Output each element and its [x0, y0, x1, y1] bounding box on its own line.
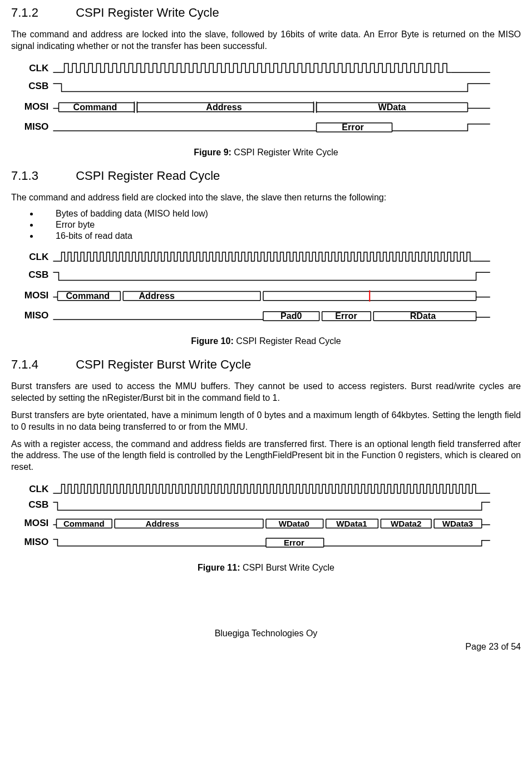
para-713: The command and address field are clocke…: [11, 192, 521, 204]
svg-text:MOSI: MOSI: [24, 101, 49, 111]
svg-text:Error: Error: [342, 121, 364, 131]
section-title: CSPI Register Write Cycle: [76, 6, 219, 19]
svg-text:MOSI: MOSI: [24, 290, 49, 301]
svg-text:WData: WData: [378, 101, 406, 111]
list-item: Bytes of badding data (MISO held low): [39, 209, 521, 219]
figure-text: CSPI Burst Write Cycle: [240, 563, 334, 572]
figure-label: Figure 9:: [194, 148, 231, 157]
para-714-2: Burst transfers are byte orientated, hav…: [11, 410, 521, 433]
svg-text:Command: Command: [66, 291, 110, 301]
svg-text:WData0: WData0: [279, 519, 309, 528]
section-title: CSPI Register Burst Write Cycle: [76, 357, 251, 371]
svg-text:CLK: CLK: [29, 484, 49, 494]
svg-text:CSB: CSB: [28, 81, 48, 91]
section-number: 7.1.2: [11, 6, 72, 20]
svg-text:CLK: CLK: [29, 63, 49, 73]
svg-text:Pad0: Pad0: [280, 311, 302, 321]
svg-text:Command: Command: [73, 101, 117, 111]
svg-text:MISO: MISO: [24, 121, 49, 131]
timing-diagram-9: CLK CSB MOSI MISO 48,80,770 Command Addr…: [19, 58, 513, 142]
figure-10: CLK CSB MOSI MISO 64,75,810 Command Addr…: [19, 247, 513, 331]
svg-text:WData1: WData1: [336, 519, 367, 528]
figure-11-caption: Figure 11: CSPI Burst Write Cycle: [11, 563, 521, 573]
footer-company: Bluegiga Technologies Oy: [11, 629, 521, 639]
svg-text:WData3: WData3: [442, 519, 473, 528]
figure-text: CSPI Register Read Cycle: [234, 336, 341, 346]
svg-text:Address: Address: [146, 519, 179, 528]
svg-text:Address: Address: [139, 291, 174, 301]
heading-713: 7.1.3 CSPI Register Read Cycle: [11, 169, 521, 183]
svg-text:CSB: CSB: [28, 270, 48, 281]
section-number: 7.1.3: [11, 169, 72, 183]
svg-text:MISO: MISO: [24, 310, 49, 321]
svg-text:MOSI: MOSI: [24, 518, 49, 528]
para-714-3: As with a register access, the command a…: [11, 439, 521, 473]
list-item: Error byte: [39, 220, 521, 230]
section-number: 7.1.4: [11, 357, 72, 372]
figure-9-caption: Figure 9: CSPI Register Write Cycle: [11, 148, 521, 158]
footer-page: Page 23 of 54: [11, 642, 521, 652]
heading-714: 7.1.4 CSPI Register Burst Write Cycle: [11, 357, 521, 372]
figure-11: CLK CSB MOSI MISO 64,75,820 Command Addr…: [19, 479, 513, 557]
svg-text:WData2: WData2: [391, 519, 421, 528]
timing-diagram-10: CLK CSB MOSI MISO 64,75,810 Command Addr…: [19, 247, 513, 331]
section-title: CSPI Register Read Cycle: [76, 169, 220, 183]
svg-text:Error: Error: [284, 538, 304, 547]
para-712: The command and address are locked into …: [11, 29, 521, 52]
figure-label: Figure 10:: [191, 336, 233, 346]
heading-712: 7.1.2 CSPI Register Write Cycle: [11, 6, 521, 20]
timing-diagram-11: CLK CSB MOSI MISO 64,75,820 Command Addr…: [19, 479, 513, 557]
svg-text:MISO: MISO: [24, 537, 49, 547]
svg-text:CSB: CSB: [28, 499, 48, 510]
figure-9: CLK CSB MOSI MISO 48,80,770 Command Addr…: [19, 58, 513, 142]
svg-text:CLK: CLK: [29, 252, 49, 263]
svg-text:Address: Address: [206, 101, 242, 111]
svg-text:Command: Command: [63, 519, 105, 528]
figure-10-caption: Figure 10: CSPI Register Read Cycle: [11, 336, 521, 346]
para-714-1: Burst transfers are used to access the M…: [11, 381, 521, 404]
svg-text:Error: Error: [335, 311, 357, 321]
figure-text: CSPI Register Write Cycle: [231, 148, 338, 157]
figure-label: Figure 11:: [198, 563, 240, 572]
bullet-list-713: Bytes of badding data (MISO held low) Er…: [39, 209, 521, 241]
svg-text:RData: RData: [410, 311, 437, 321]
list-item: 16-bits of read data: [39, 231, 521, 241]
